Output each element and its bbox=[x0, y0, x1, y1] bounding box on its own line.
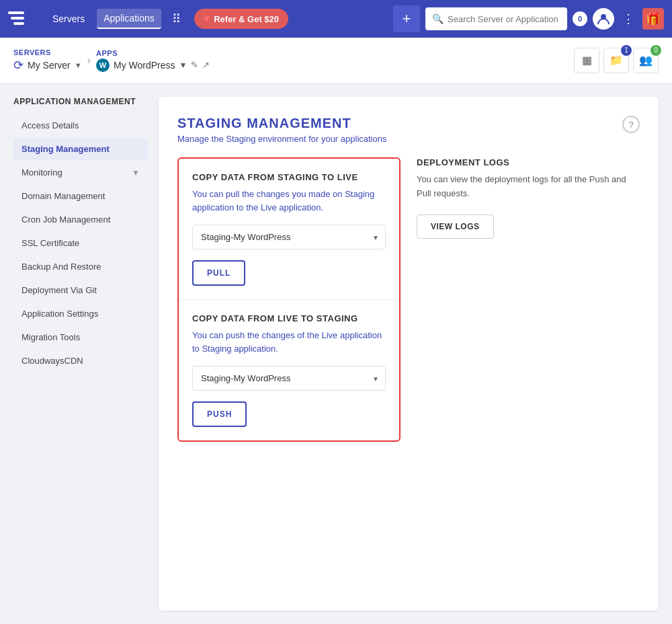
wordpress-icon: W bbox=[96, 58, 110, 72]
staging-source-select[interactable]: Staging-My WordPress bbox=[192, 225, 386, 249]
sidebar-item-staging[interactable]: Staging Management bbox=[13, 138, 148, 160]
view-logs-button[interactable]: VIEW LOGS bbox=[417, 214, 494, 239]
add-button[interactable]: + bbox=[393, 5, 420, 32]
sidebar-section-title: Application Management bbox=[13, 97, 148, 106]
server-dropdown-icon[interactable]: ▼ bbox=[75, 61, 82, 69]
users-badge: 0 bbox=[650, 45, 661, 56]
page-title-section: STAGING MANAGEMENT Manage the Staging en… bbox=[177, 116, 386, 144]
edit-icon[interactable]: ✎ bbox=[191, 60, 198, 70]
app-name: My WordPress bbox=[114, 60, 175, 71]
app-breadcrumb: Apps W My WordPress ▼ ✎ ↗ bbox=[96, 49, 210, 72]
server-name: My Server bbox=[28, 60, 71, 71]
copy-to-live-title: COPY DATA FROM STAGING TO LIVE bbox=[192, 172, 386, 182]
main-layout: Application Management Access Details St… bbox=[0, 83, 672, 624]
more-options-icon[interactable]: ⋮ bbox=[620, 9, 637, 29]
copy-to-live-section: COPY DATA FROM STAGING TO LIVE You can p… bbox=[179, 159, 399, 300]
nav-applications[interactable]: Applications bbox=[97, 9, 161, 29]
server-breadcrumb: Servers ⟳ My Server ▼ bbox=[13, 48, 82, 73]
pull-button[interactable]: PULL bbox=[192, 260, 245, 286]
grid-icon[interactable]: ⠿ bbox=[167, 7, 186, 30]
sidebar-item-domain[interactable]: Domain Management bbox=[13, 185, 148, 207]
gift-icon[interactable]: 🎁 bbox=[642, 8, 664, 30]
avatar[interactable] bbox=[593, 8, 614, 30]
logo[interactable] bbox=[8, 9, 35, 29]
apps-label: Apps bbox=[96, 49, 210, 57]
page-subtitle: Manage the Staging environment for your … bbox=[177, 134, 386, 144]
users-button[interactable]: 👥 0 bbox=[633, 48, 659, 73]
sidebar-item-app-settings[interactable]: Application Settings bbox=[13, 303, 148, 325]
refer-button[interactable]: ♥ Refer & Get $20 bbox=[194, 9, 288, 29]
search-wrapper: 🔍 bbox=[425, 7, 567, 30]
app-dropdown-icon[interactable]: ▼ bbox=[179, 61, 187, 70]
sidebar: Application Management Access Details St… bbox=[13, 97, 148, 611]
sidebar-item-migration[interactable]: Migration Tools bbox=[13, 326, 148, 348]
files-button[interactable]: ▦ bbox=[574, 48, 599, 73]
users-icon: 👥 bbox=[639, 54, 653, 67]
svg-rect-1 bbox=[11, 17, 24, 20]
sidebar-item-cron[interactable]: Cron Job Management bbox=[13, 208, 148, 231]
content-area: STAGING MANAGEMENT Manage the Staging en… bbox=[159, 97, 659, 611]
svg-rect-2 bbox=[13, 22, 24, 25]
nav-servers[interactable]: Servers bbox=[46, 9, 91, 28]
heart-icon: ♥ bbox=[204, 13, 210, 25]
server-name-button[interactable]: ⟳ My Server ▼ bbox=[13, 58, 82, 73]
breadcrumb-separator: › bbox=[87, 54, 91, 67]
help-icon[interactable]: ? bbox=[622, 116, 640, 133]
svg-rect-0 bbox=[8, 11, 24, 14]
folder-button[interactable]: 📁 1 bbox=[603, 48, 629, 73]
breadcrumb-bar: Servers ⟳ My Server ▼ › Apps W My WordPr… bbox=[0, 38, 672, 83]
sidebar-item-monitoring[interactable]: Monitoring ▼ bbox=[13, 161, 148, 184]
push-button[interactable]: PUSH bbox=[192, 401, 247, 427]
notification-badge[interactable]: 0 bbox=[573, 11, 587, 26]
copy-to-live-desc: You can pull the changes you made on Sta… bbox=[192, 188, 386, 214]
copy-to-staging-section: COPY DATA FROM LIVE TO STAGING You can p… bbox=[179, 300, 399, 440]
sidebar-item-backup[interactable]: Backup And Restore bbox=[13, 256, 148, 278]
search-icon: 🔍 bbox=[432, 13, 444, 24]
deployment-panel: DEPLOYMENT LOGS You can view the deploym… bbox=[417, 157, 640, 442]
search-input[interactable] bbox=[448, 14, 560, 24]
folder-badge: 1 bbox=[621, 45, 632, 56]
page-header: STAGING MANAGEMENT Manage the Staging en… bbox=[177, 116, 640, 144]
files-icon: ▦ bbox=[582, 54, 592, 67]
external-link-icon[interactable]: ↗ bbox=[202, 60, 210, 70]
staging-source-select-wrapper: Staging-My WordPress bbox=[192, 225, 386, 249]
folder-icon: 📁 bbox=[610, 54, 623, 67]
sidebar-item-access-details[interactable]: Access Details bbox=[13, 114, 148, 136]
sidebar-item-ssl[interactable]: SSL Certificate bbox=[13, 232, 148, 254]
staging-panel: COPY DATA FROM STAGING TO LIVE You can p… bbox=[177, 157, 401, 442]
servers-label: Servers bbox=[13, 48, 82, 56]
sidebar-item-cdn[interactable]: CloudwaysCDN bbox=[13, 350, 148, 372]
chevron-down-icon: ▼ bbox=[132, 168, 140, 178]
sidebar-item-git[interactable]: Deployment Via Git bbox=[13, 279, 148, 301]
deployment-logs-title: DEPLOYMENT LOGS bbox=[417, 157, 640, 167]
deployment-logs-desc: You can view the deployment logs for all… bbox=[417, 173, 640, 201]
app-row: W My WordPress ▼ ✎ ↗ bbox=[96, 58, 210, 72]
content-grid: COPY DATA FROM STAGING TO LIVE You can p… bbox=[177, 157, 640, 442]
copy-to-staging-desc: You can push the changes of the Live app… bbox=[192, 329, 386, 355]
server-icon: ⟳ bbox=[13, 58, 24, 73]
top-nav: Servers Applications ⠿ ♥ Refer & Get $20… bbox=[0, 0, 672, 38]
page-title: STAGING MANAGEMENT bbox=[177, 116, 386, 131]
breadcrumb-actions: ▦ 📁 1 👥 0 bbox=[574, 48, 659, 73]
copy-to-staging-title: COPY DATA FROM LIVE TO STAGING bbox=[192, 313, 386, 323]
live-source-select[interactable]: Staging-My WordPress bbox=[192, 366, 386, 391]
live-source-select-wrapper: Staging-My WordPress bbox=[192, 366, 386, 391]
